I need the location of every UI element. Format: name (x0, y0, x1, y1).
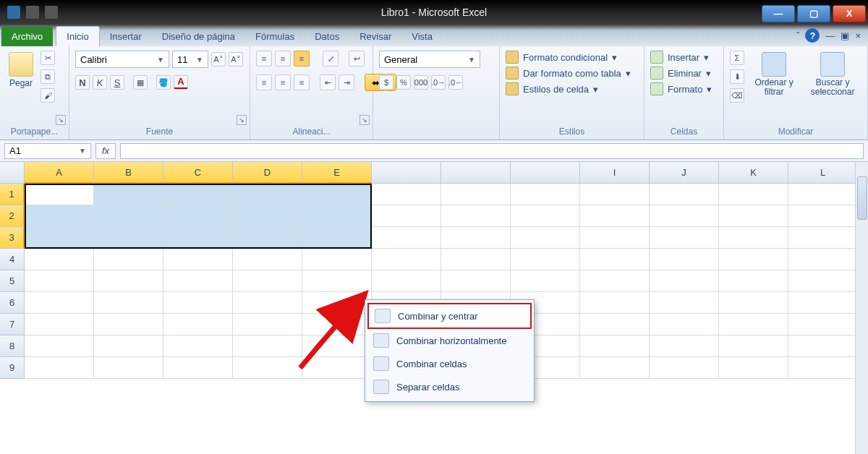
row-header[interactable]: 9 (0, 357, 25, 379)
cell[interactable] (650, 270, 719, 292)
cell[interactable] (719, 292, 788, 314)
column-header[interactable] (511, 162, 580, 184)
font-name-input[interactable] (80, 54, 154, 65)
cell[interactable] (163, 205, 233, 227)
cell-styles-button[interactable]: Estilos de celda▾ (506, 82, 631, 95)
redo-icon[interactable] (45, 6, 58, 19)
row-header[interactable]: 7 (0, 314, 25, 335)
underline-button[interactable]: S (110, 75, 124, 90)
cell[interactable] (788, 184, 858, 205)
cell[interactable] (233, 357, 302, 379)
menu-unmerge-cells[interactable]: Separar celdas (367, 375, 532, 398)
format-cells-button[interactable]: Formato▾ (650, 82, 712, 95)
cell[interactable] (580, 335, 650, 357)
cell[interactable] (650, 335, 719, 357)
cell[interactable] (372, 184, 441, 205)
cell[interactable] (233, 227, 302, 249)
window-close-icon[interactable]: × (855, 30, 861, 41)
cut-icon[interactable]: ✂ (41, 51, 55, 65)
insert-cells-button[interactable]: Insertar▾ (650, 51, 712, 64)
row-header[interactable]: 3 (0, 227, 25, 249)
column-header[interactable]: K (719, 162, 788, 184)
font-color-button[interactable]: A (174, 75, 188, 90)
clipboard-launcher[interactable]: ↘ (56, 115, 66, 125)
cell[interactable] (302, 314, 372, 335)
cell[interactable] (163, 227, 233, 249)
cell[interactable] (511, 270, 580, 292)
cell[interactable] (163, 357, 233, 379)
column-header[interactable]: J (650, 162, 719, 184)
cell[interactable] (372, 205, 441, 227)
cell[interactable] (441, 227, 511, 249)
format-as-table-button[interactable]: Dar formato como tabla▾ (506, 67, 631, 80)
cell[interactable] (163, 292, 233, 314)
decrease-indent-icon[interactable]: ⇤ (320, 74, 336, 90)
fill-color-button[interactable]: 🪣 (156, 75, 171, 90)
cell[interactable] (233, 249, 302, 270)
cell[interactable] (441, 270, 511, 292)
tab-file[interactable]: Archivo (1, 27, 53, 46)
cell[interactable] (233, 335, 302, 357)
cell[interactable] (650, 357, 719, 379)
align-center-icon[interactable]: ≡ (275, 74, 291, 90)
number-format-input[interactable] (384, 54, 465, 65)
row-header[interactable]: 8 (0, 335, 25, 357)
cell[interactable] (302, 184, 372, 205)
cell[interactable] (580, 270, 650, 292)
cell[interactable] (511, 249, 580, 270)
cell[interactable] (719, 335, 788, 357)
cell[interactable] (650, 205, 719, 227)
window-restore-icon[interactable]: ▣ (841, 30, 849, 41)
tab-formulas[interactable]: Fórmulas (245, 27, 305, 46)
copy-icon[interactable]: ⧉ (41, 69, 55, 84)
cell[interactable] (233, 314, 302, 335)
cell[interactable] (580, 205, 650, 227)
column-header[interactable]: L (788, 162, 858, 184)
column-header[interactable] (441, 162, 511, 184)
cell[interactable] (511, 205, 580, 227)
cell[interactable] (441, 205, 511, 227)
cell[interactable] (233, 270, 302, 292)
align-middle-icon[interactable]: ≡ (275, 51, 291, 67)
column-header[interactable]: A (25, 162, 94, 184)
decrease-font-icon[interactable]: A˅ (229, 52, 243, 67)
cell[interactable] (94, 205, 163, 227)
row-header[interactable]: 4 (0, 249, 25, 270)
cell[interactable] (163, 335, 233, 357)
align-top-icon[interactable]: ≡ (256, 51, 272, 67)
cell[interactable] (650, 292, 719, 314)
decrease-decimal-icon[interactable]: .0← (448, 75, 463, 90)
conditional-format-button[interactable]: Formato condicional▾ (506, 51, 631, 64)
font-name-combo[interactable]: ▼ (75, 51, 169, 68)
borders-button[interactable]: ▦ (133, 75, 148, 90)
cell[interactable] (25, 292, 94, 314)
cell[interactable] (233, 205, 302, 227)
cell[interactable] (302, 335, 372, 357)
fill-icon[interactable]: ⬇ (730, 69, 744, 84)
tab-insertar[interactable]: Insertar (100, 27, 152, 46)
cell[interactable] (25, 270, 94, 292)
comma-format-icon[interactable]: 000 (414, 75, 428, 90)
cell[interactable] (25, 205, 94, 227)
cell[interactable] (302, 205, 372, 227)
tab-vista[interactable]: Vista (401, 27, 443, 46)
accounting-format-icon[interactable]: $ (379, 75, 393, 90)
column-header[interactable]: E (302, 162, 372, 184)
percent-format-icon[interactable]: % (396, 75, 411, 90)
cell[interactable] (302, 357, 372, 379)
minimize-button[interactable]: — (762, 5, 795, 22)
row-header[interactable]: 5 (0, 270, 25, 292)
cell[interactable] (788, 357, 858, 379)
row-header[interactable]: 1 (0, 184, 25, 205)
cell[interactable] (650, 227, 719, 249)
menu-merge-center[interactable]: Combinar y centrar (367, 303, 532, 329)
cell[interactable] (650, 314, 719, 335)
align-bottom-icon[interactable]: ≡ (294, 51, 310, 67)
align-left-icon[interactable]: ≡ (256, 74, 272, 90)
cell[interactable] (788, 205, 858, 227)
font-size-combo[interactable]: ▼ (172, 51, 208, 68)
cell[interactable] (372, 227, 441, 249)
formula-input[interactable] (120, 143, 864, 159)
cell[interactable] (788, 335, 858, 357)
window-min-icon[interactable]: — (825, 30, 835, 41)
